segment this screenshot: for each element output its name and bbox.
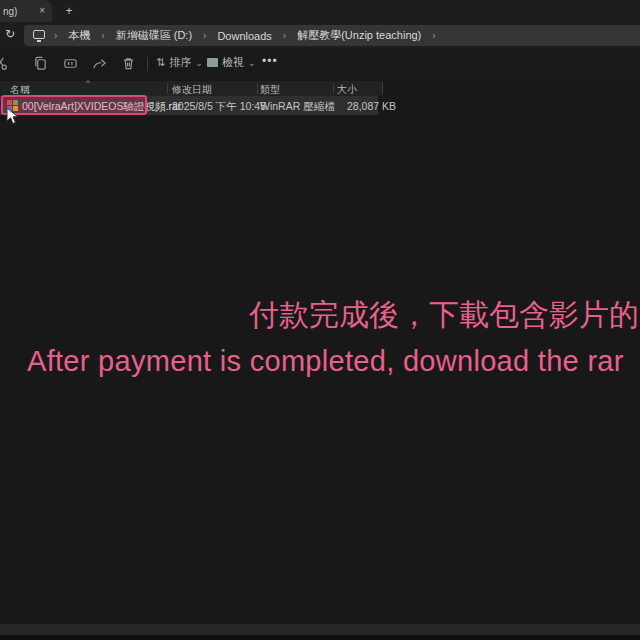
computer-icon: [33, 30, 45, 39]
column-header-size[interactable]: 大小: [337, 83, 357, 97]
file-type: WinRAR 壓縮檔: [260, 100, 335, 114]
cut-icon[interactable]: [0, 56, 9, 72]
view-button[interactable]: 檢視 ⌄: [207, 55, 256, 70]
chevron-right-icon: ›: [274, 30, 295, 41]
rename-icon[interactable]: [63, 56, 79, 72]
bottom-bar: [0, 624, 640, 635]
chevron-down-icon: ⌄: [195, 58, 203, 68]
chevron-right-icon: ›: [92, 30, 113, 41]
breadcrumb-item-downloads[interactable]: Downloads: [215, 30, 273, 42]
file-size: 28,087 KB: [347, 100, 396, 112]
sort-button[interactable]: ⇅ 排序 ⌄: [156, 55, 203, 70]
breadcrumb-item-this-pc[interactable]: 本機: [66, 28, 92, 43]
sort-label: 排序: [169, 55, 191, 70]
toolbar-divider: [147, 57, 148, 71]
column-header-date[interactable]: 修改日期: [172, 83, 212, 97]
column-divider[interactable]: [257, 83, 258, 94]
command-toolbar: ⇅ 排序 ⌄ 檢視 ⌄ •••: [0, 48, 640, 80]
tab-close-icon[interactable]: ×: [39, 5, 45, 16]
refresh-icon[interactable]: ↻: [2, 26, 18, 42]
tab-title: ng): [3, 6, 17, 17]
annotation-highlight-box: [1, 95, 147, 115]
delete-icon[interactable]: [121, 56, 137, 72]
sort-ascending-icon: ^: [86, 78, 90, 87]
breadcrumb-item-unzip-teaching[interactable]: 解壓教學(Unzip teaching): [295, 28, 423, 43]
column-header-type[interactable]: 類型: [260, 83, 280, 97]
file-date-modified: 2025/8/5 下午 10:45: [172, 100, 266, 114]
column-divider[interactable]: [333, 83, 334, 94]
view-grid-icon: [207, 58, 218, 67]
column-divider[interactable]: [167, 83, 168, 94]
view-label: 檢視: [222, 55, 244, 70]
mouse-cursor-icon: [6, 107, 19, 129]
chevron-right-icon: ›: [194, 30, 215, 41]
video-frame: ng) × + ↻ › 本機 › 新增磁碟區 (D:) › Downloads …: [0, 0, 640, 640]
address-bar: ↻ › 本機 › 新增磁碟區 (D:) › Downloads › 解壓教學(U…: [0, 22, 640, 48]
bottom-edge: [0, 635, 640, 640]
caption-english: After payment is completed, download the…: [27, 345, 624, 378]
share-icon[interactable]: [92, 56, 108, 72]
copy-icon[interactable]: [33, 56, 49, 72]
tab-bar: ng) × +: [0, 0, 640, 22]
chevron-right-icon: ›: [45, 30, 66, 41]
column-header-row: ^ 名稱 修改日期 類型 大小: [0, 81, 383, 96]
breadcrumb[interactable]: › 本機 › 新增磁碟區 (D:) › Downloads › 解壓教學(Unz…: [24, 25, 640, 46]
new-tab-button[interactable]: +: [61, 3, 77, 19]
chevron-right-icon: ›: [423, 30, 444, 41]
sort-arrows-icon: ⇅: [156, 56, 165, 69]
caption-chinese: 付款完成後，下載包含影片的: [249, 295, 639, 336]
column-divider[interactable]: [382, 83, 383, 94]
chevron-down-icon: ⌄: [248, 58, 256, 68]
more-options-button[interactable]: •••: [262, 54, 278, 68]
breadcrumb-item-drive-d[interactable]: 新增磁碟區 (D:): [114, 28, 194, 43]
explorer-tab[interactable]: ng) ×: [0, 0, 52, 22]
